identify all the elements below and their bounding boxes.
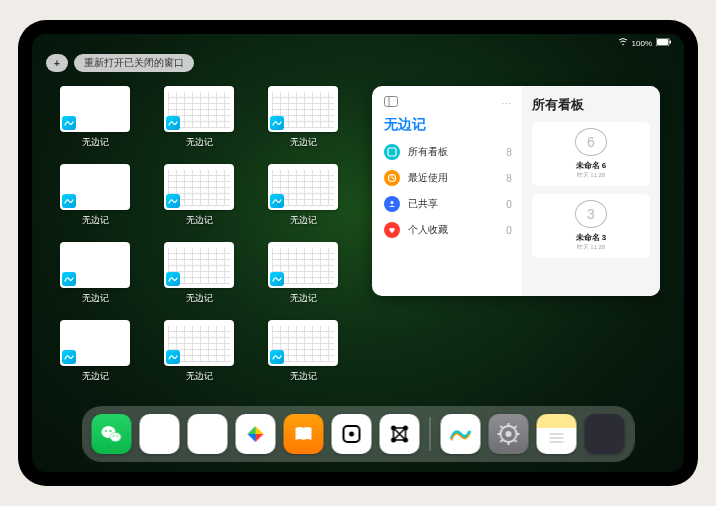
window-label: 无边记 (186, 370, 213, 383)
battery-icon (656, 38, 672, 48)
svg-point-14 (117, 435, 119, 437)
dock (82, 406, 635, 462)
board-glyph: 3 (575, 200, 607, 228)
sidebar-item[interactable]: 个人收藏0 (384, 222, 512, 238)
window-thumbnail[interactable]: 无边记 (56, 86, 134, 150)
boards-list: 6未命名 6昨天 11:283未命名 3昨天 11:28 (532, 122, 650, 266)
window-thumbnail[interactable]: 无边记 (160, 164, 238, 228)
freeform-panel[interactable]: ⋯ 无边记 所有看板8最近使用8已共享0个人收藏0 所有看板 6未命名 6昨天 … (372, 86, 660, 296)
svg-point-10 (110, 433, 121, 442)
settings-app-icon[interactable] (489, 414, 529, 454)
board-name: 未命名 6 (576, 160, 607, 171)
board-subtitle: 昨天 11:28 (577, 171, 606, 180)
freeform-app-icon (270, 194, 284, 208)
svg-point-11 (105, 430, 107, 432)
board-name: 未命名 3 (576, 232, 607, 243)
window-label: 无边记 (186, 136, 213, 149)
windows-grid: 无边记无边记无边记无边记无边记无边记无边记无边记无边记无边记无边记无边记 (56, 86, 342, 402)
sidebar-list: 所有看板8最近使用8已共享0个人收藏0 (384, 144, 512, 238)
app-library-app-icon[interactable] (585, 414, 625, 454)
sidebar-item-label: 已共享 (408, 197, 438, 211)
svg-point-12 (110, 430, 112, 432)
freeform-app-icon (166, 350, 180, 364)
window-thumbnail[interactable]: 无边记 (160, 242, 238, 306)
window-thumbnail[interactable]: 无边记 (56, 320, 134, 384)
freeform-app-icon (62, 194, 76, 208)
window-thumbnail[interactable]: 无边记 (56, 164, 134, 228)
freeform-app-icon (62, 350, 76, 364)
add-button[interactable]: + (46, 54, 68, 72)
panel-sidebar: ⋯ 无边记 所有看板8最近使用8已共享0个人收藏0 (372, 86, 522, 296)
more-icon[interactable]: ⋯ (501, 98, 512, 109)
window-label: 无边记 (82, 292, 109, 305)
window-label: 无边记 (290, 214, 317, 227)
window-thumbnail[interactable]: 无边记 (160, 86, 238, 150)
cyan-icon (384, 144, 400, 160)
sidebar-toggle-icon[interactable] (384, 96, 398, 110)
sidebar-item-count: 8 (506, 173, 512, 184)
window-label: 无边记 (290, 136, 317, 149)
dice-app-icon[interactable] (332, 414, 372, 454)
window-thumbnail[interactable]: 无边记 (56, 242, 134, 306)
play-app-icon[interactable] (236, 414, 276, 454)
svg-line-30 (501, 440, 503, 442)
quark-hd-app-icon[interactable] (140, 414, 180, 454)
svg-line-28 (515, 440, 517, 442)
sidebar-item[interactable]: 最近使用8 (384, 170, 512, 186)
graph-app-icon[interactable] (380, 414, 420, 454)
freeform-app-icon (62, 272, 76, 286)
wechat-app-icon[interactable] (92, 414, 132, 454)
sidebar-item-label: 个人收藏 (408, 223, 448, 237)
status-bar: 100% (618, 38, 672, 48)
ipad-frame: 100% + 重新打开已关闭的窗口 无边记无边记无边记无边记无边记无边记无边记无… (18, 20, 698, 486)
sidebar-item-label: 所有看板 (408, 145, 448, 159)
window-label: 无边记 (82, 370, 109, 383)
svg-point-0 (622, 44, 624, 46)
sidebar-item-count: 0 (506, 199, 512, 210)
svg-point-8 (391, 201, 394, 204)
board-card[interactable]: 3未命名 3昨天 11:28 (532, 194, 650, 258)
svg-point-13 (113, 435, 115, 437)
svg-rect-4 (385, 97, 398, 107)
dock-separator (430, 417, 431, 451)
freeform-app-icon (166, 116, 180, 130)
freeform-app-icon (270, 272, 284, 286)
board-glyph: 6 (575, 128, 607, 156)
content-area: 无边记无边记无边记无边记无边记无边记无边记无边记无边记无边记无边记无边记 ⋯ 无… (56, 86, 660, 402)
sidebar-item[interactable]: 所有看板8 (384, 144, 512, 160)
window-label: 无边记 (186, 214, 213, 227)
board-card[interactable]: 6未命名 6昨天 11:28 (532, 122, 650, 186)
panel-main: 所有看板 6未命名 6昨天 11:283未命名 3昨天 11:28 (522, 86, 660, 296)
window-thumbnail[interactable]: 无边记 (264, 86, 342, 150)
svg-point-16 (349, 432, 354, 437)
window-label: 无边记 (82, 214, 109, 227)
freeform-app-icon (166, 272, 180, 286)
svg-rect-2 (657, 39, 668, 45)
sidebar-item-count: 0 (506, 225, 512, 236)
sidebar-item-label: 最近使用 (408, 171, 448, 185)
orange-icon (384, 170, 400, 186)
window-thumbnail[interactable]: 无边记 (264, 320, 342, 384)
window-thumbnail[interactable]: 无边记 (264, 164, 342, 228)
window-thumbnail[interactable]: 无边记 (264, 242, 342, 306)
window-label: 无边记 (290, 370, 317, 383)
svg-line-29 (515, 426, 517, 428)
top-controls: + 重新打开已关闭的窗口 (46, 54, 194, 72)
reopen-closed-window-button[interactable]: 重新打开已关闭的窗口 (74, 54, 194, 72)
board-subtitle: 昨天 11:28 (577, 243, 606, 252)
window-thumbnail[interactable]: 无边记 (160, 320, 238, 384)
svg-rect-6 (388, 148, 396, 156)
freeform-app-icon[interactable] (441, 414, 481, 454)
battery-text: 100% (632, 39, 652, 48)
wifi-icon (618, 38, 628, 48)
sidebar-item[interactable]: 已共享0 (384, 196, 512, 212)
freeform-app-icon (270, 116, 284, 130)
svg-rect-3 (670, 41, 672, 44)
screen: 100% + 重新打开已关闭的窗口 无边记无边记无边记无边记无边记无边记无边记无… (32, 34, 684, 472)
notes-app-icon[interactable] (537, 414, 577, 454)
window-label: 无边记 (82, 136, 109, 149)
books-app-icon[interactable] (284, 414, 324, 454)
svg-line-27 (501, 426, 503, 428)
quark-app-icon[interactable] (188, 414, 228, 454)
red-icon (384, 222, 400, 238)
